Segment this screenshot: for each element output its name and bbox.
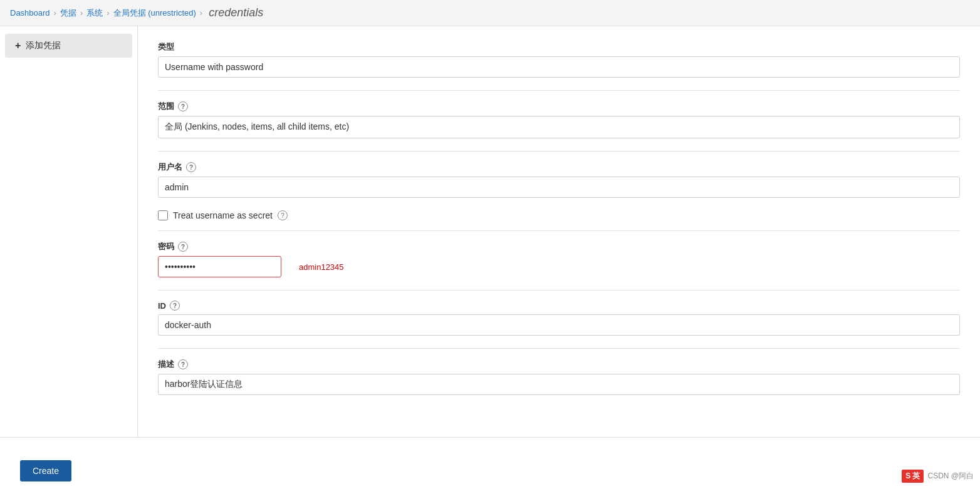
breadcrumb-sep-3: › xyxy=(107,8,109,18)
description-section: 描述 ? xyxy=(158,359,960,395)
breadcrumb-current: credentials xyxy=(209,6,263,19)
add-credentials-button[interactable]: + 添加凭据 xyxy=(5,34,132,58)
scope-label: 范围 ? xyxy=(158,101,960,112)
username-help-icon[interactable]: ? xyxy=(186,162,196,172)
breadcrumb-dashboard[interactable]: Dashboard xyxy=(10,8,50,18)
sidebar: + 添加凭据 xyxy=(0,26,138,489)
password-label: 密码 ? xyxy=(158,241,960,252)
breadcrumb-credentials[interactable]: 凭据 xyxy=(60,8,76,19)
username-section: 用户名 ? xyxy=(158,162,960,198)
password-error-hint: admin12345 xyxy=(299,262,344,272)
username-label: 用户名 ? xyxy=(158,162,960,173)
id-section: ID ? xyxy=(158,301,960,336)
description-help-icon[interactable]: ? xyxy=(178,359,188,369)
password-row: admin12345 xyxy=(158,256,960,277)
password-section: 密码 ? admin12345 xyxy=(158,241,960,277)
treat-username-row: Treat username as secret ? xyxy=(158,210,960,220)
treat-username-help-icon[interactable]: ? xyxy=(278,210,288,220)
password-input[interactable] xyxy=(158,256,281,277)
divider-5 xyxy=(158,348,960,349)
breadcrumb-sep-2: › xyxy=(80,8,83,18)
create-button[interactable]: Create xyxy=(20,460,71,481)
id-input[interactable] xyxy=(158,314,960,336)
treat-username-label: Treat username as secret xyxy=(173,210,273,220)
plus-icon: + xyxy=(15,40,21,51)
divider-4 xyxy=(158,290,960,291)
scope-section: 范围 ? 全局 (Jenkins, nodes, items, all chil… xyxy=(158,101,960,138)
main-form-area: 类型 Username with password 范围 ? 全局 (Jenki… xyxy=(138,26,980,489)
type-label: 类型 xyxy=(158,41,960,53)
scope-value: 全局 (Jenkins, nodes, items, all child ite… xyxy=(158,116,960,138)
treat-username-checkbox[interactable] xyxy=(158,210,168,220)
breadcrumb-sep-4: › xyxy=(200,8,202,18)
password-help-icon[interactable]: ? xyxy=(178,242,188,252)
breadcrumb: Dashboard › 凭据 › 系统 › 全局凭据 (unrestricted… xyxy=(0,0,980,26)
username-input[interactable] xyxy=(158,177,960,198)
password-wrapper xyxy=(158,256,281,277)
description-input[interactable] xyxy=(158,374,960,395)
breadcrumb-global[interactable]: 全局凭据 (unrestricted) xyxy=(113,8,196,19)
breadcrumb-system[interactable]: 系统 xyxy=(86,8,103,19)
scope-help-icon[interactable]: ? xyxy=(178,101,188,111)
csdn-label: CSDN @阿白 xyxy=(927,471,974,481)
type-select[interactable]: Username with password xyxy=(158,56,960,78)
breadcrumb-sep-1: › xyxy=(54,8,56,18)
id-help-icon[interactable]: ? xyxy=(170,301,180,311)
divider-2 xyxy=(158,151,960,152)
bottom-bar: Create xyxy=(0,437,980,489)
main-layout: + 添加凭据 类型 Username with password 范围 ? 全局… xyxy=(0,26,980,489)
divider-3 xyxy=(158,230,960,231)
divider-1 xyxy=(158,90,960,91)
sougou-badge: S 英 xyxy=(902,470,924,483)
description-label: 描述 ? xyxy=(158,359,960,370)
id-label: ID ? xyxy=(158,301,960,311)
add-credentials-label: 添加凭据 xyxy=(26,40,61,51)
bottom-right-widgets: S 英 CSDN @阿白 xyxy=(902,470,974,483)
type-section: 类型 Username with password xyxy=(158,41,960,78)
